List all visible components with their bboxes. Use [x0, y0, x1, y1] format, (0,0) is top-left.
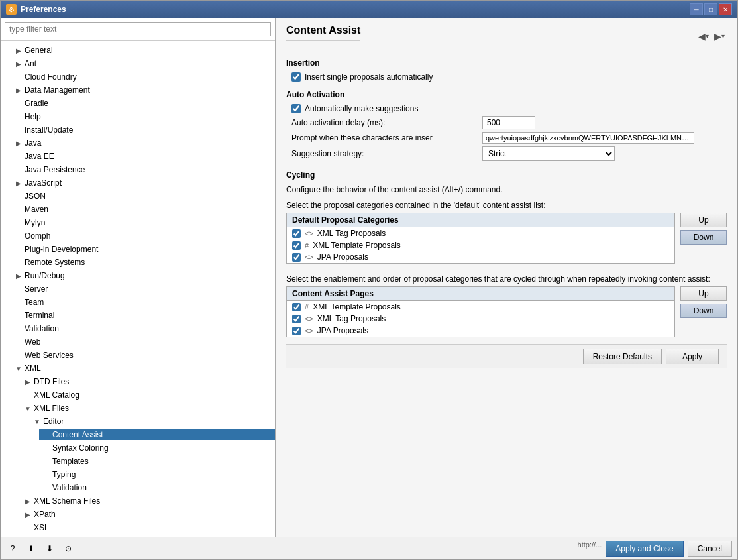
tree-label: XML — [23, 364, 41, 373]
auto-suggestions-row[interactable]: Automatically make suggestions — [291, 104, 727, 113]
tree-item-editor[interactable]: ▼ Editor — [1, 415, 275, 428]
tree-item-data-management[interactable]: ▶ Data Management — [1, 84, 275, 97]
tree-item-maven[interactable]: Maven — [1, 203, 275, 216]
tree-label: Cloud Foundry — [23, 72, 77, 82]
tree-item-server[interactable]: Server — [1, 282, 275, 296]
tree-item-validation2[interactable]: Validation — [1, 481, 275, 494]
tree-item-xml-catalog[interactable]: XML Catalog — [1, 388, 275, 402]
toggle-icon: ▶ — [23, 511, 32, 518]
pages-table: Content Assist Pages # XML Template Prop… — [286, 286, 675, 337]
page-xml-template-checkbox[interactable] — [292, 303, 301, 311]
cancel-button[interactable]: Cancel — [688, 541, 732, 557]
xml-template-icon: # — [305, 241, 309, 249]
tree-item-json[interactable]: JSON — [1, 190, 275, 203]
tree-item-dtd-files[interactable]: ▶ DTD Files — [1, 375, 275, 388]
tree-item-web-services[interactable]: Web Services — [1, 349, 275, 362]
footer: ? ⬆ ⬇ ⊙ http://... Apply and Close Cance… — [1, 537, 737, 559]
xml-tag-checkbox[interactable] — [292, 229, 301, 238]
tree-item-team[interactable]: Team — [1, 296, 275, 309]
tree-label: Run/Debug — [23, 271, 65, 280]
tree-item-syntax-coloring[interactable]: Syntax Coloring — [1, 441, 275, 455]
tree-item-ant[interactable]: ▶ Ant — [1, 57, 275, 70]
close-button[interactable]: ✕ — [719, 3, 732, 15]
toggle-icon — [42, 458, 51, 465]
window-icon: ⚙ — [6, 4, 17, 15]
prompt-input[interactable] — [482, 132, 694, 144]
apply-close-button[interactable]: Apply and Close — [606, 541, 683, 557]
tree-item-web[interactable]: Web — [1, 335, 275, 349]
panel-title: Content Assist — [286, 25, 360, 41]
tree-item-plugin-development[interactable]: Plug-in Development — [1, 243, 275, 256]
page-row-jpa: <> JPA Proposals — [287, 325, 674, 337]
help-icon[interactable]: ? — [6, 542, 19, 555]
strategy-select[interactable]: Strict Lenient — [482, 146, 615, 161]
settings-icon[interactable]: ⊙ — [62, 542, 75, 555]
tree-item-general[interactable]: ▶ General — [1, 44, 275, 57]
toggle-icon — [14, 153, 23, 160]
page-jpa-checkbox[interactable] — [292, 327, 301, 335]
proposals-header: Default Proposal Categories — [287, 213, 674, 227]
jpa-icon: <> — [305, 253, 313, 261]
tree-item-java-ee[interactable]: Java EE — [1, 150, 275, 163]
tree-item-templates[interactable]: Templates — [1, 455, 275, 468]
tree-item-run-debug[interactable]: ▶ Run/Debug — [1, 269, 275, 282]
page-row-xml-tag: <> XML Tag Proposals — [287, 313, 674, 325]
pages-table-area: Content Assist Pages # XML Template Prop… — [286, 286, 727, 337]
tree-item-terminal[interactable]: Terminal — [1, 309, 275, 322]
single-proposals-checkbox[interactable] — [291, 72, 301, 82]
tree-label: Java Persistence — [23, 165, 85, 174]
tree-item-install-update[interactable]: Install/Update — [1, 123, 275, 137]
toggle-icon: ▶ — [23, 498, 32, 505]
toggle-icon — [42, 431, 51, 439]
tree-item-xpath[interactable]: ▶ XPath — [1, 508, 275, 521]
default-proposals-label: Select the proposal categories contained… — [286, 201, 727, 210]
tree-item-java[interactable]: ▶ Java — [1, 137, 275, 150]
auto-suggestions-checkbox[interactable] — [291, 104, 301, 113]
restore-defaults-button[interactable]: Restore Defaults — [583, 349, 662, 364]
jpa-label: JPA Proposals — [317, 252, 368, 262]
toggle-icon: ▼ — [14, 365, 23, 372]
tree-item-help[interactable]: Help — [1, 110, 275, 123]
apply-button[interactable]: Apply — [666, 349, 719, 364]
tree-item-xml-schema-files[interactable]: ▶ XML Schema Files — [1, 494, 275, 508]
default-proposals-up-button[interactable]: Up — [680, 213, 727, 227]
tree-label: Validation — [51, 483, 87, 492]
tree-item-validation[interactable]: Validation — [1, 322, 275, 335]
toggle-icon — [14, 352, 23, 359]
tree-label: Typing — [51, 470, 76, 479]
delay-input[interactable] — [482, 116, 535, 129]
single-proposals-label: Insert single proposals automatically — [305, 72, 433, 82]
single-proposals-row[interactable]: Insert single proposals automatically — [291, 72, 727, 82]
tree-label: Data Management — [23, 85, 90, 95]
page-xml-tag-icon: <> — [305, 315, 313, 323]
minimize-button[interactable]: ─ — [690, 3, 703, 15]
nav-forward-button[interactable]: ▶▾ — [712, 29, 727, 44]
pages-down-button[interactable]: Down — [680, 304, 727, 318]
tree-label: JavaScript — [23, 178, 62, 188]
filter-input[interactable] — [5, 22, 271, 36]
tree-item-java-persistence[interactable]: Java Persistence — [1, 163, 275, 176]
tree-label: XML Schema Files — [32, 496, 100, 506]
tree-item-mylyn[interactable]: Mylyn — [1, 216, 275, 229]
page-xml-tag-checkbox[interactable] — [292, 315, 301, 323]
tree-item-remote-systems[interactable]: Remote Systems — [1, 256, 275, 269]
tree-item-cloud-foundry[interactable]: Cloud Foundry — [1, 70, 275, 84]
maximize-button[interactable]: □ — [704, 3, 717, 15]
tree-item-javascript[interactable]: ▶ JavaScript — [1, 176, 275, 190]
tree-item-xsl[interactable]: XSL — [1, 521, 275, 534]
export-icon[interactable]: ⬆ — [25, 542, 38, 555]
tree-item-oomph[interactable]: Oomph — [1, 229, 275, 243]
import-icon[interactable]: ⬇ — [43, 542, 56, 555]
nav-back-button[interactable]: ◀▾ — [696, 29, 711, 44]
tree-item-typing[interactable]: Typing — [1, 468, 275, 481]
tree-item-xml[interactable]: ▼ XML — [1, 362, 275, 375]
tree-item-gradle[interactable]: Gradle — [1, 97, 275, 110]
tree-item-xml-files[interactable]: ▼ XML Files — [1, 402, 275, 415]
default-proposals-down-button[interactable]: Down — [680, 230, 727, 245]
tree-item-content-assist[interactable]: Content Assist — [1, 428, 275, 441]
xml-template-checkbox[interactable] — [292, 241, 301, 250]
pages-up-button[interactable]: Up — [680, 286, 727, 301]
toggle-icon — [14, 127, 23, 134]
jpa-checkbox[interactable] — [292, 253, 301, 262]
page-xml-template-label: XML Template Proposals — [313, 302, 401, 311]
